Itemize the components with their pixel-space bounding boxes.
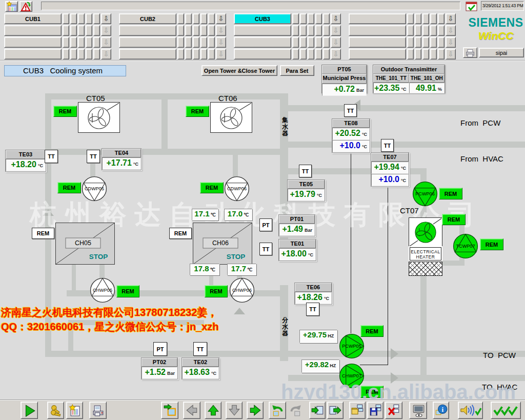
nav-slot-button[interactable] — [185, 49, 192, 59]
nav-down-button[interactable]: ⇩ — [331, 49, 341, 59]
pump-cdwp05[interactable]: CDWP05 — [81, 175, 108, 202]
rem-button-pcwp06[interactable]: REM — [439, 188, 462, 199]
para-set-button[interactable]: Para Set — [280, 65, 314, 76]
toolbar-monitor-view-button[interactable] — [409, 402, 427, 419]
nav-slot-button[interactable] — [438, 13, 445, 24]
cooling-tower-ct05[interactable] — [78, 102, 120, 133]
nav-slot-button[interactable] — [93, 25, 100, 36]
nav-down-button[interactable]: ⇩ — [101, 37, 111, 48]
nav-slot-button[interactable] — [438, 37, 445, 48]
nav-slot-button[interactable] — [208, 37, 215, 48]
nav-down-button[interactable]: ⇩ — [101, 49, 111, 59]
toolbar-acknowledge-all-button[interactable] — [491, 402, 521, 419]
nav-slot-button[interactable] — [93, 37, 100, 48]
rem-button-ch06[interactable]: REM — [169, 228, 192, 239]
nav-slot-button[interactable] — [315, 49, 322, 59]
nav-down-button[interactable]: ⇩ — [216, 37, 226, 48]
nav-blank-button[interactable] — [234, 37, 291, 48]
nav-down-button[interactable]: ⇩ — [331, 37, 341, 48]
nav-down-button[interactable]: ⇩ — [216, 25, 226, 36]
nav-down-button[interactable]: ⇩ — [331, 13, 341, 24]
nav-blank-button[interactable] — [4, 49, 62, 59]
toolbar-horn-acknowledge-button[interactable] — [458, 402, 483, 419]
rem-button-tcwp07[interactable]: REM — [480, 238, 503, 250]
nav-slot-button[interactable] — [200, 37, 207, 48]
rem-button-cdwp05[interactable]: REM — [57, 182, 81, 193]
nav-slot-button[interactable] — [177, 49, 184, 59]
toolbar-new-report-button[interactable] — [66, 402, 83, 419]
toolbar-window-out-button[interactable] — [327, 402, 344, 419]
toolbar-redo-button[interactable] — [288, 402, 304, 419]
nav-slot-button[interactable] — [185, 13, 192, 24]
nav-slot-button[interactable] — [70, 49, 77, 59]
nav-cub3-button[interactable]: CUB3 — [234, 13, 291, 24]
nav-blank-button[interactable] — [119, 49, 176, 59]
nav-blank-button[interactable] — [119, 25, 176, 36]
nav-slot-button[interactable] — [323, 49, 330, 59]
nav-slot-button[interactable] — [430, 13, 437, 24]
nav-slot-button[interactable] — [78, 25, 85, 36]
nav-slot-button[interactable] — [308, 25, 314, 36]
nav-slot-button[interactable] — [208, 25, 215, 36]
rem-button-cdwp06[interactable]: REM — [200, 182, 224, 193]
nav-slot-button[interactable] — [78, 49, 85, 59]
nav-down-button[interactable]: ⇩ — [216, 49, 226, 59]
pump-pcwp05[interactable]: PCWP05 — [338, 333, 365, 359]
nav-slot-button[interactable] — [70, 37, 77, 48]
toolbar-next-button[interactable] — [247, 402, 264, 419]
toolbar-password-button[interactable] — [47, 402, 64, 419]
new-window-button[interactable] — [5, 1, 18, 12]
hardcopy-button[interactable] — [463, 47, 477, 58]
nav-slot-button[interactable] — [422, 37, 429, 48]
toolbar-window-select-button[interactable] — [161, 402, 178, 419]
electrical-heater[interactable]: ELECTRICAL HEATER — [410, 247, 441, 261]
nav-slot-button[interactable] — [70, 13, 77, 24]
rem-button-ct06[interactable]: REM — [186, 106, 209, 117]
toolbar-down-button[interactable] — [226, 402, 243, 419]
nav-slot-button[interactable] — [422, 25, 429, 36]
nav-slot-button[interactable] — [193, 25, 199, 36]
nav-blank-button[interactable] — [4, 25, 62, 36]
cooling-tower-ct07[interactable] — [409, 217, 442, 247]
nav-slot-button[interactable] — [430, 25, 437, 36]
nav-slot-button[interactable] — [438, 49, 445, 59]
nav-slot-button[interactable] — [78, 37, 85, 48]
nav-slot-button[interactable] — [292, 37, 299, 48]
nav-slot-button[interactable] — [292, 13, 299, 24]
nav-slot-button[interactable] — [422, 49, 429, 59]
nav-blank-button[interactable] — [119, 37, 176, 48]
nav-blank-button[interactable] — [234, 25, 291, 36]
nav-slot-button[interactable] — [300, 13, 307, 24]
pump-chwp05[interactable]: CHWP05 — [89, 277, 116, 304]
nav-down-button[interactable]: ⇩ — [101, 13, 111, 24]
nav-down-button[interactable]: ⇩ — [446, 25, 456, 36]
chiller-ch05[interactable]: CH05STOP — [55, 223, 115, 265]
nav-down-button[interactable]: ⇩ — [331, 25, 341, 36]
nav-slot-button[interactable] — [70, 25, 77, 36]
nav-slot-button[interactable] — [415, 49, 421, 59]
toolbar-prev-button[interactable] — [183, 402, 200, 419]
nav-slot-button[interactable] — [430, 49, 437, 59]
nav-slot-button[interactable] — [185, 25, 192, 36]
nav-blank-button[interactable] — [349, 37, 406, 48]
nav-slot-button[interactable] — [415, 25, 421, 36]
toolbar-save-archive-button[interactable] — [367, 402, 383, 419]
nav-slot-button[interactable] — [292, 49, 299, 59]
nav-slot-button[interactable] — [407, 37, 414, 48]
nav-slot-button[interactable] — [200, 13, 207, 24]
nav-slot-button[interactable] — [86, 37, 92, 48]
toolbar-up-button[interactable] — [205, 402, 221, 419]
nav-slot-button[interactable] — [86, 13, 92, 24]
nav-slot-button[interactable] — [63, 37, 69, 48]
nav-slot-button[interactable] — [63, 25, 69, 36]
nav-blank-button[interactable] — [349, 25, 406, 36]
rem-button-ch05[interactable]: REM — [32, 228, 54, 239]
nav-slot-button[interactable] — [315, 37, 322, 48]
rem-button-chwp06[interactable]: REM — [205, 285, 228, 297]
nav-slot-button[interactable] — [315, 13, 322, 24]
nav-slot-button[interactable] — [323, 25, 330, 36]
nav-slot-button[interactable] — [422, 13, 429, 24]
nav-blank-button[interactable] — [4, 37, 62, 48]
rem-button-ct05[interactable]: REM — [53, 106, 77, 117]
rem-button-ct07[interactable]: REM — [442, 214, 466, 225]
